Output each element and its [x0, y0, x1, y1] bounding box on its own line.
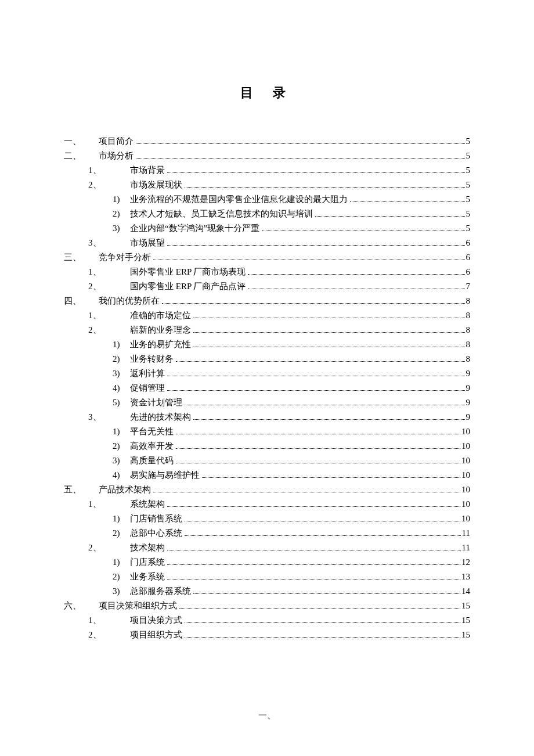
toc-marker: 2、 — [88, 631, 117, 639]
toc-leader — [248, 289, 464, 289]
toc-entry[interactable]: 2、市场发展现状5 — [64, 178, 470, 192]
toc-page-number: 10 — [461, 456, 470, 465]
toc-leader — [167, 376, 465, 376]
toc-leader — [185, 521, 460, 521]
toc-marker: 1、 — [88, 268, 117, 276]
toc-page-number: 10 — [461, 514, 470, 523]
toc-page-number: 15 — [461, 616, 470, 625]
toc-entry[interactable]: 2、技术架构11 — [64, 541, 470, 555]
toc-entry[interactable]: 2)业务转财务8 — [64, 352, 470, 366]
toc-title: 市场发展现状 — [130, 181, 182, 189]
toc-entry[interactable]: 2)技术人才短缺、员工缺乏信息技术的知识与培训5 — [64, 207, 470, 221]
toc-leader — [176, 361, 465, 362]
toc-marker: 2、 — [88, 543, 117, 552]
toc-page-number: 10 — [461, 500, 470, 509]
toc-title: 产品技术架构 — [99, 485, 151, 494]
toc-entry[interactable]: 3)企业内部“数字鸿沟”现象十分严重5 — [64, 221, 470, 236]
toc-entry[interactable]: 1、系统架构10 — [64, 497, 470, 512]
toc-title: 易实施与易维护性 — [130, 471, 200, 480]
toc-page-number: 5 — [466, 224, 471, 233]
toc-page-number: 8 — [466, 311, 471, 320]
toc-title: 项目决策方式 — [130, 616, 182, 625]
toc-entry[interactable]: 5)资金计划管理9 — [64, 395, 470, 410]
toc-entry[interactable]: 一、项目简介5 — [64, 134, 470, 149]
toc-page-number: 15 — [461, 631, 470, 639]
toc-page-number: 5 — [466, 152, 471, 160]
toc-page-number: 5 — [466, 181, 471, 189]
toc-page-number: 9 — [466, 369, 471, 378]
toc-leader — [185, 187, 465, 188]
toc-page-number: 10 — [461, 442, 470, 451]
toc-title: 国外零售业 ERP 厂商市场表现 — [130, 268, 246, 276]
toc-entry[interactable]: 六、项目决策和组织方式15 — [64, 599, 470, 613]
toc-title: 返利计算 — [130, 369, 165, 378]
toc-marker: 1) — [113, 195, 130, 204]
toc-entry[interactable]: 4)易实施与易维护性10 — [64, 468, 470, 483]
toc-leader — [315, 216, 465, 217]
toc-leader — [185, 405, 465, 405]
toc-leader — [136, 143, 465, 144]
toc-entry[interactable]: 1)业务流程的不规范是国内零售企业信息化建设的最大阻力5 — [64, 192, 470, 207]
toc-page-number: 10 — [461, 485, 470, 494]
toc-title: 市场分析 — [99, 152, 134, 160]
toc-marker: 1、 — [88, 311, 117, 320]
toc-entry[interactable]: 四、我们的优势所在8 — [64, 294, 470, 308]
toc-marker: 六、 — [64, 602, 99, 610]
toc-page-number: 14 — [461, 587, 470, 596]
toc-page-number: 8 — [466, 340, 471, 349]
toc-leader — [167, 550, 461, 550]
toc-page-number: 6 — [466, 268, 471, 276]
toc-page-number: 6 — [466, 239, 471, 247]
toc-entry[interactable]: 3、市场展望6 — [64, 236, 470, 250]
toc-page-number: 8 — [466, 297, 471, 305]
toc-entry[interactable]: 2、项目组织方式15 — [64, 628, 470, 642]
toc-entry[interactable]: 五、产品技术架构10 — [64, 483, 470, 497]
toc-leader — [153, 492, 460, 492]
toc-title: 企业内部“数字鸿沟”现象十分严重 — [130, 224, 259, 233]
toc-entry[interactable]: 2)业务系统13 — [64, 570, 470, 584]
toc-entry[interactable]: 1)平台无关性10 — [64, 424, 470, 439]
toc-title: 项目简介 — [99, 137, 134, 146]
toc-leader — [185, 535, 461, 536]
toc-entry[interactable]: 2)高效率开发10 — [64, 439, 470, 453]
toc-leader — [176, 434, 460, 434]
toc-entry[interactable]: 2、国内零售业 ERP 厂商产品点评7 — [64, 279, 470, 294]
toc-entry[interactable]: 3)高质量代码10 — [64, 453, 470, 468]
toc-entry[interactable]: 1)门店系统12 — [64, 555, 470, 570]
toc-page-number: 5 — [466, 137, 471, 146]
toc-marker: 1) — [113, 427, 130, 436]
toc-marker: 4) — [113, 471, 130, 480]
toc-leader — [179, 608, 460, 609]
toc-leader — [167, 390, 465, 391]
toc-entry[interactable]: 3)总部服务器系统14 — [64, 584, 470, 599]
toc-entry[interactable]: 三、竞争对手分析6 — [64, 250, 470, 265]
toc-entry[interactable]: 4)促销管理9 — [64, 381, 470, 395]
toc-entry[interactable]: 1、项目决策方式15 — [64, 613, 470, 628]
toc-entry[interactable]: 1)业务的易扩充性8 — [64, 337, 470, 352]
toc-entry[interactable]: 1)门店销售系统10 — [64, 512, 470, 526]
toc-title: 技术架构 — [130, 543, 165, 552]
toc-marker: 1) — [113, 558, 130, 567]
toc-title: 系统架构 — [130, 500, 165, 509]
toc-entry[interactable]: 2)总部中心系统11 — [64, 526, 470, 541]
toc-leader — [193, 347, 465, 347]
toc-marker: 1、 — [88, 500, 117, 509]
toc-entry[interactable]: 2、崭新的业务理念8 — [64, 323, 470, 337]
toc-entry[interactable]: 1、准确的市场定位8 — [64, 308, 470, 323]
toc-marker: 3) — [113, 224, 130, 233]
toc-entry[interactable]: 1、市场背景5 — [64, 163, 470, 178]
toc-entry[interactable]: 1、国外零售业 ERP 厂商市场表现6 — [64, 265, 470, 279]
toc-marker: 2) — [113, 573, 130, 581]
toc-marker: 2) — [113, 529, 130, 538]
toc-entry[interactable]: 二、市场分析5 — [64, 149, 470, 163]
toc-leader — [176, 463, 460, 463]
toc-leader — [185, 637, 460, 638]
toc-leader — [262, 231, 464, 231]
toc-title: 竞争对手分析 — [99, 253, 151, 262]
toc-entry[interactable]: 3、先进的技术架构9 — [64, 410, 470, 424]
toc-marker: 2、 — [88, 326, 117, 334]
toc-entry[interactable]: 3)返利计算9 — [64, 366, 470, 381]
toc-marker: 3) — [113, 369, 130, 378]
toc-page-number: 9 — [466, 384, 471, 393]
toc-marker: 三、 — [64, 253, 99, 262]
